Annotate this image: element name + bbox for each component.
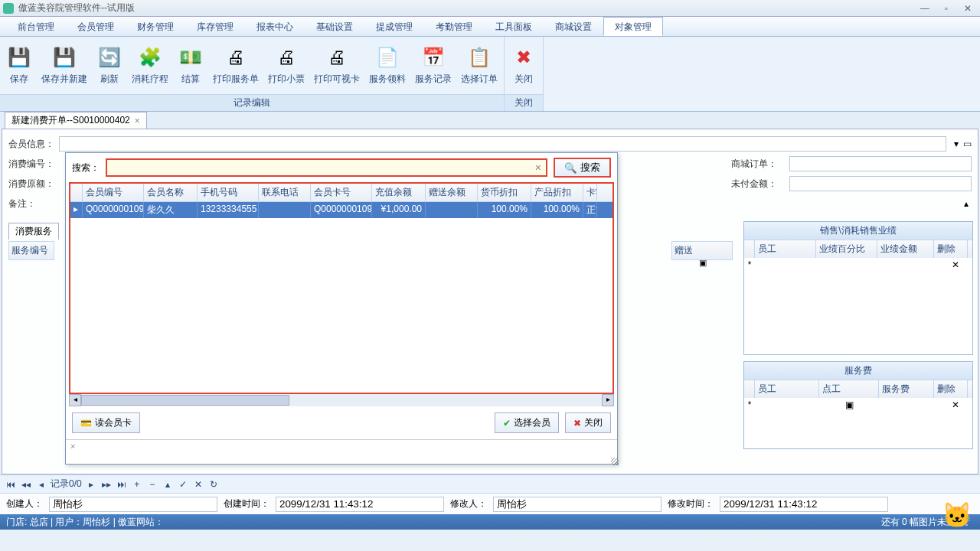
col-delete: 删除 <box>934 380 968 398</box>
ribbon-consume[interactable]: 🧩消耗疗程 <box>127 38 173 93</box>
close-icon: ✖ <box>573 418 581 429</box>
nav-remove-icon[interactable]: − <box>146 479 158 490</box>
subtab-service[interactable]: 消费服务 <box>8 223 59 240</box>
resize-grip-icon[interactable] <box>611 458 619 465</box>
col-svc-discount[interactable]: 货币折扣 <box>478 184 531 201</box>
col-card-no[interactable]: 会员卡号 <box>311 184 372 201</box>
col-card-status[interactable]: 卡状 <box>583 184 597 201</box>
close-icon: ✖ <box>511 45 536 70</box>
label-unpaid: 未付金额： <box>731 178 785 191</box>
dropdown-icon[interactable]: ▾ <box>954 139 959 149</box>
grid-hscroll[interactable]: ◂ ▸ <box>69 394 614 406</box>
window-title: 傲蓝美容院管理软件--试用版 <box>18 2 916 15</box>
nav-next-icon[interactable]: ▸ <box>85 479 97 490</box>
col-balance[interactable]: 充值余额 <box>372 184 426 201</box>
search-box: × <box>106 158 547 177</box>
read-card-button[interactable]: 💳读会员卡 <box>72 412 140 433</box>
nav-first-icon[interactable]: ⏮ <box>5 479 17 490</box>
menu-attend[interactable]: 考勤管理 <box>424 17 484 36</box>
col-amount: 业绩金额 <box>877 240 934 258</box>
panel-sales-title: 销售\消耗销售业绩 <box>744 222 972 240</box>
calendar-icon: 📅 <box>421 45 446 70</box>
delete-icon[interactable]: ✕ <box>939 399 972 410</box>
member-grid: 会员编号 会员名称 手机号码 联系电话 会员卡号 充值余额 赠送余额 货币折扣 … <box>69 182 614 394</box>
scroll-left-icon[interactable]: ◂ <box>69 394 81 406</box>
col-prod-discount[interactable]: 产品折扣 <box>531 184 583 201</box>
ribbon-print-svc[interactable]: 🖨打印服务单 <box>208 38 263 93</box>
checkbox-icon[interactable]: ▣ <box>699 258 707 268</box>
menu-base[interactable]: 基础设置 <box>305 17 364 36</box>
nav-edit-icon[interactable]: ▴ <box>162 479 174 490</box>
member-info-field[interactable] <box>59 136 946 152</box>
ribbon-settle[interactable]: 💵结算 <box>173 38 208 93</box>
save-new-icon: 💾 <box>52 45 77 70</box>
menu-report[interactable]: 报表中心 <box>245 17 305 36</box>
nav-nextpage-icon[interactable]: ▸▸ <box>100 479 113 490</box>
scroll-right-icon[interactable]: ▸ <box>602 394 614 406</box>
member-row[interactable]: ▸ Q0000000109 柴久久 13233334555 Q000000010… <box>70 202 612 218</box>
ribbon-print-ticket[interactable]: 🖨打印小票 <box>263 38 309 93</box>
card-icon[interactable]: ▭ <box>963 139 972 149</box>
menu-front[interactable]: 前台管理 <box>6 17 66 36</box>
creator-field[interactable] <box>49 497 217 512</box>
ribbon-refresh[interactable]: 🔄刷新 <box>92 38 127 93</box>
col-member-no[interactable]: 会员编号 <box>83 184 144 201</box>
popup-close-button[interactable]: ✖关闭 <box>565 412 611 433</box>
nav-prev-icon[interactable]: ◂ <box>35 479 47 490</box>
col-gift-balance[interactable]: 赠送余额 <box>426 184 478 201</box>
nav-check-icon[interactable]: ✓ <box>177 479 189 490</box>
doc-tab[interactable]: 新建消费开单--S0010000402 × <box>5 112 147 129</box>
col-member-name[interactable]: 会员名称 <box>144 184 198 201</box>
ribbon-save-new[interactable]: 💾保存并新建 <box>37 38 92 93</box>
nav-last-icon[interactable]: ⏭ <box>116 479 128 490</box>
nav-add-icon[interactable]: + <box>131 479 143 490</box>
card-icon: 💳 <box>80 418 92 429</box>
delete-icon[interactable]: ✕ <box>939 259 972 270</box>
menu-object[interactable]: 对象管理 <box>603 17 663 36</box>
panel-sales: 销售\消耗销售业绩 员工 业绩百分比 业绩金额 删除 *✕ <box>743 221 973 355</box>
menu-tools[interactable]: 工具面板 <box>484 17 544 36</box>
search-input[interactable] <box>112 162 535 174</box>
select-member-button[interactable]: ✔选择会员 <box>495 412 559 433</box>
doc-icon: 📄 <box>375 45 400 70</box>
menu-commission[interactable]: 提成管理 <box>364 17 424 36</box>
scroll-thumb[interactable] <box>81 395 289 406</box>
mascot-icon: 🐱 <box>942 500 972 530</box>
close-button[interactable]: ✕ <box>959 3 977 14</box>
col-employee: 员工 <box>755 240 816 258</box>
ribbon-close[interactable]: ✖关闭 <box>506 38 541 93</box>
printer-icon: 🖨 <box>274 45 299 70</box>
search-clear-icon[interactable]: × <box>535 161 541 174</box>
money-icon: 💵 <box>178 45 203 70</box>
tab-close-icon[interactable]: × <box>135 116 140 126</box>
menu-member[interactable]: 会员管理 <box>66 17 126 36</box>
minimize-button[interactable]: — <box>916 3 934 14</box>
search-button[interactable]: 🔍搜索 <box>554 158 611 178</box>
checkbox-icon[interactable]: ▣ <box>819 399 879 410</box>
col-percent: 业绩百分比 <box>816 240 877 258</box>
unpaid-field[interactable] <box>789 176 972 191</box>
mall-order-field[interactable] <box>789 156 972 171</box>
menu-stock[interactable]: 库存管理 <box>185 17 245 36</box>
menu-finance[interactable]: 财务管理 <box>126 17 185 36</box>
col-phone[interactable]: 联系电话 <box>259 184 311 201</box>
ribbon-save[interactable]: 💾保存 <box>2 38 37 93</box>
member-search-popup: 搜索： × 🔍搜索 会员编号 会员名称 手机号码 联系电话 会员卡号 充值余额 … <box>65 152 618 465</box>
nav-prevpage-icon[interactable]: ◂◂ <box>20 479 32 490</box>
ribbon-close-title: 关闭 <box>505 94 543 111</box>
modifier-field[interactable] <box>493 497 662 512</box>
ribbon-record[interactable]: 📅服务记录 <box>410 38 456 93</box>
ribbon-material[interactable]: 📄服务领料 <box>364 38 410 93</box>
col-delete: 删除 <box>934 240 968 258</box>
maximize-button[interactable]: ▫ <box>937 3 956 14</box>
ribbon-print-card[interactable]: 🖨打印可视卡 <box>309 38 364 93</box>
label-creator: 创建人： <box>6 497 43 510</box>
ctime-field[interactable] <box>276 497 444 512</box>
menu-mall[interactable]: 商城设置 <box>544 17 603 36</box>
nav-refresh-icon[interactable]: ↻ <box>207 479 220 490</box>
col-mobile[interactable]: 手机号码 <box>198 184 259 201</box>
ribbon-select-order[interactable]: 📋选择订单 <box>456 38 502 93</box>
scroll-up-icon[interactable]: ▴ <box>961 198 972 209</box>
mtime-field[interactable] <box>720 497 888 512</box>
nav-cancel-icon[interactable]: ✕ <box>192 479 204 490</box>
